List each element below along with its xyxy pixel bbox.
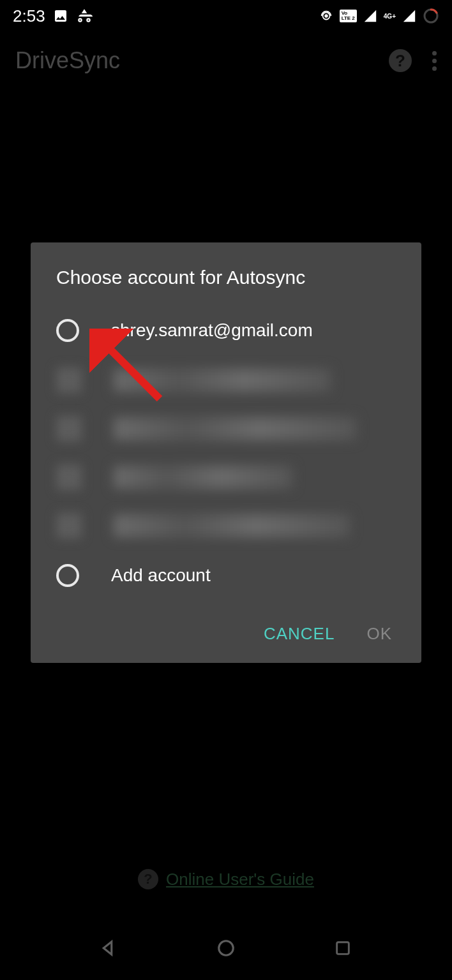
account-option-0[interactable]: shrey.samrat@gmail.com [31,305,421,356]
status-right: VoLTE 2 4G+ [319,8,439,24]
account-option-redacted[interactable] [31,501,421,550]
status-left: 2:53 [13,6,93,26]
add-account-option[interactable]: Add account [31,550,421,601]
lte-badge: VoLTE 2 [340,10,357,22]
hotspot-icon [319,9,333,23]
account-option-redacted[interactable] [31,405,421,453]
svg-point-0 [324,14,328,18]
signal-icon [363,9,377,23]
status-bar: 2:53 VoLTE 2 4G+ [0,0,452,32]
dialog-title: Choose account for Autosync [31,267,421,305]
signal-2-icon [402,9,416,23]
status-time: 2:53 [13,6,45,26]
add-account-label: Add account [111,565,211,586]
gallery-icon [53,8,68,24]
radio-icon-blurred [56,464,82,490]
battery-icon [423,8,439,24]
account-chooser-dialog: Choose account for Autosync shrey.samrat… [31,242,421,663]
account-option-redacted[interactable] [31,356,421,405]
dialog-actions: CANCEL OK [31,601,421,644]
radio-icon-blurred [56,368,82,393]
radio-icon-blurred [56,416,82,442]
account-email-blurred [114,369,331,392]
radio-icon-blurred [56,513,82,538]
incognito-icon [76,8,93,24]
account-email-blurred [114,514,350,537]
account-email-blurred [114,417,356,440]
radio-icon [56,319,79,342]
account-email-blurred [114,466,292,489]
data-4g-icon: 4G+ [384,13,396,20]
account-option-redacted[interactable] [31,453,421,501]
account-email: shrey.samrat@gmail.com [111,320,313,341]
ok-button[interactable]: OK [366,624,392,644]
cancel-button[interactable]: CANCEL [264,624,335,644]
radio-icon [56,564,79,587]
